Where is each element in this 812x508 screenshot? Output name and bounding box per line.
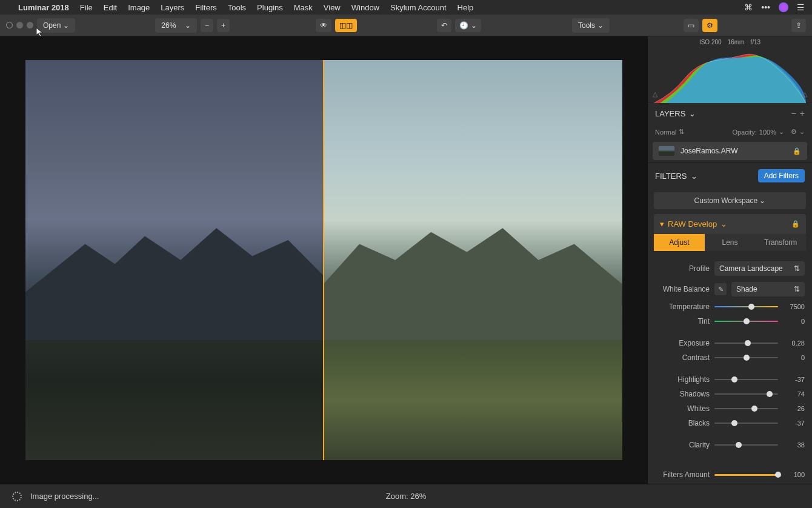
menu-layers[interactable]: Layers [161,3,184,12]
shadows-slider[interactable] [714,393,778,395]
after-image [324,60,622,460]
user-avatar-icon[interactable] [779,2,788,12]
menu-help[interactable]: Help [458,3,474,12]
profile-select[interactable]: Camera Landscape⇅ [714,261,805,276]
wb-select[interactable]: Shade⇅ [731,282,805,296]
history-dot-2[interactable] [16,22,23,28]
chevron-down-icon: ⌄ [720,219,727,229]
minus-icon[interactable]: − [791,109,796,118]
filters-header[interactable]: FILTERS ⌄ Add Filters [648,162,812,189]
adjust-panel-button[interactable]: ⚙ [702,19,717,32]
filters-amount-label: Filters Amount [655,470,710,479]
opacity-label: Opacity: [732,129,756,136]
highlights-label: Highlights [655,375,710,384]
temperature-slider[interactable] [714,306,778,307]
whites-label: Whites [655,404,710,413]
compare-view-button[interactable]: ◫◫ [335,19,357,32]
sliders-icon: ⚙ [707,21,713,30]
menu-plugins[interactable]: Plugins [257,3,283,12]
temperature-value: 7500 [783,303,805,310]
shadows-label: Shadows [655,390,710,398]
menu-mask[interactable]: Mask [294,3,313,12]
menu-filters[interactable]: Filters [195,3,216,12]
spinner-icon [12,492,22,501]
right-panel: ISO 200 16mm f/13 △ △ LAYERS ⌄ − + [647,36,812,484]
whites-slider[interactable] [714,408,778,409]
filters-amount-slider[interactable] [714,474,778,476]
zoom-select[interactable]: 26% ⌄ [155,18,197,33]
undo-button[interactable]: ↶ [437,19,451,32]
dots-icon[interactable]: ••• [761,2,770,12]
panel-toggle-button[interactable]: ▭ [684,19,699,32]
filters-title: FILTERS [655,172,687,181]
highlight-clip-icon[interactable]: △ [802,90,807,98]
updown-icon: ⇅ [679,128,684,136]
macos-menubar: Luminar 2018 File Edit Image Layers Filt… [0,0,812,15]
zoom-in-button[interactable]: + [217,19,230,32]
menu-file[interactable]: File [80,3,93,12]
highlights-slider[interactable] [714,379,778,380]
share-icon: ⇪ [796,21,802,30]
tab-adjust[interactable]: Adjust [654,234,705,251]
opacity-value[interactable]: 100% [759,129,776,136]
tint-slider[interactable] [714,321,778,322]
layers-title: LAYERS [655,109,685,118]
preview-eye-button[interactable]: 👁 [316,19,331,32]
tools-dropdown[interactable]: Tools⌄ [572,18,610,33]
focal-text: 16mm [728,39,745,45]
contrast-value: 0 [783,354,805,361]
tab-transform[interactable]: Transform [755,234,806,251]
gear-icon[interactable]: ⚙ [791,128,797,136]
list-icon[interactable]: ☰ [797,2,805,12]
processing-text: Image processing... [30,492,99,501]
compare-icon: ◫◫ [339,21,353,30]
zoom-status: Zoom: 26% [386,492,426,501]
exposure-label: Exposure [655,339,710,347]
keyboard-icon[interactable]: ⌘ [744,2,753,12]
zoom-value: 26% [161,21,176,30]
undo-icon: ↶ [441,21,447,30]
add-filters-button[interactable]: Add Filters [758,169,805,182]
exposure-slider[interactable] [714,343,778,344]
zoom-out-button[interactable]: − [201,19,213,32]
chevron-down-icon: ⌄ [63,21,69,30]
menu-window[interactable]: Window [351,3,379,12]
workspace-select[interactable]: Custom Workspace ⌄ [654,192,806,209]
raw-develop-header[interactable]: ▾ RAW Develop ⌄ 🔒 [654,214,806,234]
history-button[interactable]: 🕘⌄ [455,19,481,32]
blend-mode[interactable]: Normal [655,129,676,136]
app-name[interactable]: Luminar 2018 [18,3,69,12]
highlights-value: -37 [783,376,805,383]
shadow-clip-icon[interactable]: △ [653,90,657,98]
profile-value: Camera Landscape [719,264,783,273]
wb-label: White Balance [655,285,710,293]
compare-divider[interactable] [323,60,324,460]
menu-skylum-account[interactable]: Skylum Account [390,3,447,12]
history-dot-3[interactable] [27,22,33,28]
layers-header[interactable]: LAYERS ⌄ − + [648,102,812,124]
eyedropper-button[interactable]: ✎ [714,283,727,295]
menu-edit[interactable]: Edit [104,3,117,12]
export-button[interactable]: ⇪ [791,19,806,32]
history-dot-1[interactable] [6,22,13,28]
compare-container [25,60,622,460]
histogram[interactable]: ISO 200 16mm f/13 △ △ [648,36,812,102]
clarity-slider[interactable] [714,444,778,446]
exposure-value: 0.28 [783,339,805,347]
menu-image[interactable]: Image [128,3,150,12]
before-image [25,60,324,460]
plus-icon[interactable]: + [800,109,805,118]
image-viewport[interactable] [0,36,647,484]
blacks-slider[interactable] [714,423,778,424]
layer-item[interactable]: JoseRamos.ARW 🔒 [653,142,807,160]
contrast-slider[interactable] [714,357,778,358]
chevron-down-icon: ⌄ [779,128,784,136]
menu-view[interactable]: View [324,3,341,12]
menu-tools[interactable]: Tools [228,3,246,12]
develop-tabs: Adjust Lens Transform [654,234,806,251]
iso-text: ISO 200 [699,39,722,45]
whites-value: 26 [783,405,805,412]
filters-amount-value: 100 [783,471,805,478]
tab-lens[interactable]: Lens [705,234,756,251]
eyedropper-icon: ✎ [718,286,724,293]
